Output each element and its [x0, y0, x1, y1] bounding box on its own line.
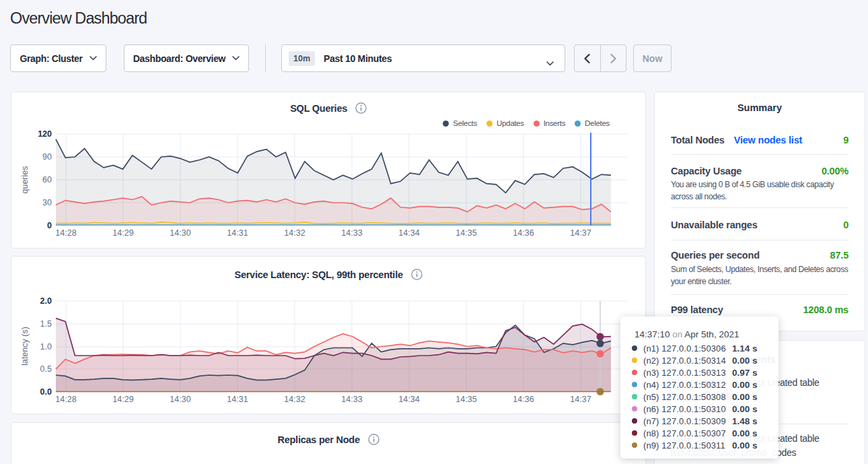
svg-text:30: 30	[42, 198, 52, 207]
svg-text:latency (s): latency (s)	[20, 327, 30, 366]
svg-text:14:28: 14:28	[55, 395, 76, 404]
svg-text:14:37: 14:37	[570, 395, 591, 404]
svg-text:queries: queries	[20, 166, 30, 194]
svg-text:14:36: 14:36	[513, 395, 534, 404]
svg-text:14:30: 14:30	[170, 395, 190, 404]
svg-text:14:33: 14:33	[341, 395, 362, 404]
svg-text:90: 90	[42, 152, 52, 162]
svg-text:1.5: 1.5	[40, 319, 52, 329]
svg-text:0.0: 0.0	[40, 387, 52, 397]
svg-text:14:33: 14:33	[341, 228, 362, 238]
svg-text:14:32: 14:32	[284, 395, 305, 404]
svg-text:14:29: 14:29	[112, 228, 133, 238]
svg-text:14:30: 14:30	[170, 228, 190, 238]
svg-text:14:32: 14:32	[284, 228, 305, 238]
svg-text:14:34: 14:34	[398, 228, 419, 238]
svg-text:14:36: 14:36	[513, 228, 534, 238]
svg-text:60: 60	[42, 175, 52, 185]
svg-text:14:28: 14:28	[55, 228, 76, 238]
svg-text:14:31: 14:31	[227, 228, 248, 238]
svg-text:14:35: 14:35	[456, 395, 476, 404]
svg-text:14:31: 14:31	[227, 395, 248, 404]
svg-text:0.5: 0.5	[40, 364, 52, 374]
svg-text:2.0: 2.0	[40, 296, 52, 306]
svg-text:1.0: 1.0	[40, 342, 52, 352]
svg-text:14:37: 14:37	[570, 228, 591, 238]
svg-text:120: 120	[38, 129, 52, 139]
svg-text:14:29: 14:29	[112, 395, 133, 404]
svg-text:14:34: 14:34	[398, 395, 419, 404]
svg-text:14:35: 14:35	[456, 228, 476, 238]
svg-text:0: 0	[47, 221, 52, 230]
